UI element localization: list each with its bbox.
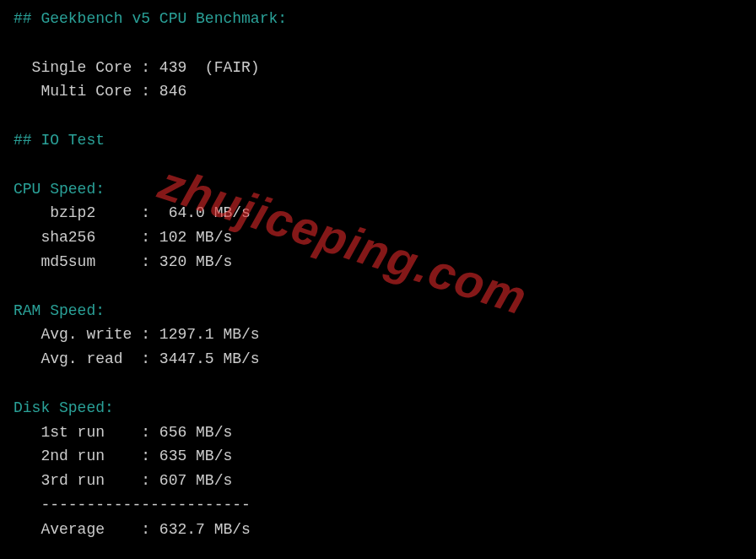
- disk-avg-line: Average : 632.7 MB/s: [14, 518, 742, 542]
- blank-line: [14, 153, 742, 177]
- multi-core-line: Multi Core : 846: [14, 79, 742, 104]
- blank-line: [14, 372, 742, 396]
- io-test-header: ## IO Test: [14, 128, 742, 153]
- ram-read-line: Avg. read : 3447.5 MB/s: [14, 347, 742, 372]
- disk-run2-line: 2nd run : 635 MB/s: [14, 444, 742, 469]
- cpu-speed-label: CPU Speed:: [14, 177, 742, 202]
- blank-line: [14, 274, 742, 299]
- cpu-md5sum-line: md5sum : 320 MB/s: [14, 250, 742, 274]
- disk-divider-line: -----------------------: [14, 493, 742, 518]
- ram-write-line: Avg. write : 1297.1 MB/s: [14, 323, 742, 347]
- geekbench-header: ## Geekbench v5 CPU Benchmark:: [14, 7, 742, 31]
- disk-run3-line: 3rd run : 607 MB/s: [14, 469, 742, 493]
- ram-speed-label: RAM Speed:: [14, 299, 742, 323]
- blank-line: [14, 31, 742, 56]
- blank-line: [14, 104, 742, 128]
- disk-run1-line: 1st run : 656 MB/s: [14, 421, 742, 445]
- cpu-bzip2-line: bzip2 : 64.0 MB/s: [14, 201, 742, 225]
- disk-speed-label: Disk Speed:: [14, 396, 742, 421]
- cpu-sha256-line: sha256 : 102 MB/s: [14, 225, 742, 250]
- single-core-line: Single Core : 439 (FAIR): [14, 56, 742, 80]
